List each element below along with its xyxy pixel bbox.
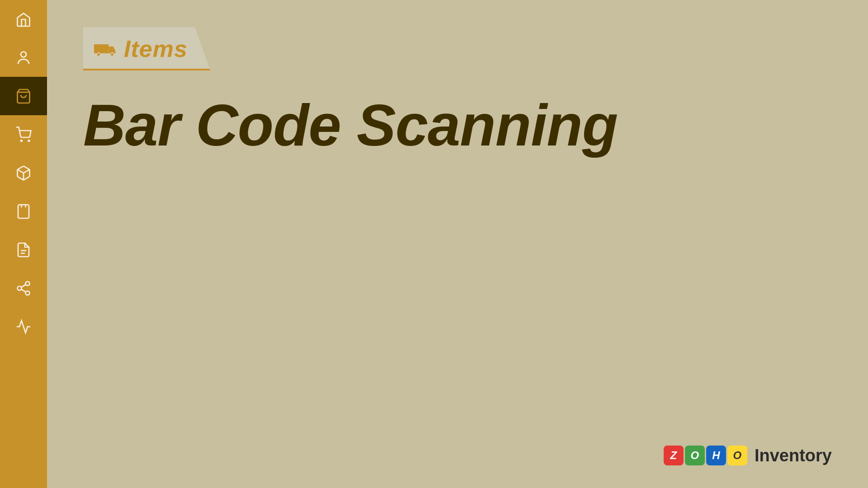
box-icon [15,165,32,181]
sidebar-item-bag[interactable] [0,192,47,230]
bag-icon [15,203,32,220]
person-icon [15,50,32,66]
sidebar-item-box[interactable] [0,154,47,192]
zoho-h-letter: H [706,446,726,465]
svg-line-11 [21,284,26,287]
sidebar-item-document[interactable] [0,230,47,269]
svg-point-7 [26,282,30,286]
cart-icon [15,127,32,143]
basket-icon [15,88,32,104]
svg-point-0 [21,52,26,57]
truck-icon [94,40,117,58]
document-icon [15,242,32,258]
sidebar [0,0,47,488]
page-title: Bar Code Scanning [83,93,832,158]
home-icon [15,11,32,28]
svg-point-14 [110,53,114,56]
badge-shape: Items [83,27,210,70]
sidebar-item-home[interactable] [0,0,47,38]
zoho-letters: Z O H O [664,446,747,465]
integration-icon [15,280,32,296]
zoho-product-name: Inventory [755,446,832,465]
items-badge: Items [83,27,210,70]
svg-point-3 [28,140,30,141]
sidebar-item-reports[interactable] [0,307,47,346]
zoho-o2-letter: O [727,446,747,465]
svg-point-13 [97,53,100,56]
sidebar-item-contacts[interactable] [0,38,47,77]
svg-point-8 [18,286,22,290]
sidebar-item-basket[interactable] [0,77,47,115]
zoho-z-letter: Z [664,446,684,465]
sidebar-item-cart[interactable] [0,115,47,154]
svg-point-2 [21,140,22,141]
svg-rect-12 [94,44,109,53]
zoho-logo: Z O H O Inventory [664,446,832,465]
svg-point-9 [26,291,30,295]
badge-label: Items [124,35,188,62]
zoho-o-letter: O [685,446,705,465]
svg-line-10 [21,289,26,292]
reports-icon [15,319,32,335]
sidebar-item-integration[interactable] [0,269,47,307]
main-content: Items Bar Code Scanning Z O H O Inventor… [47,0,868,488]
